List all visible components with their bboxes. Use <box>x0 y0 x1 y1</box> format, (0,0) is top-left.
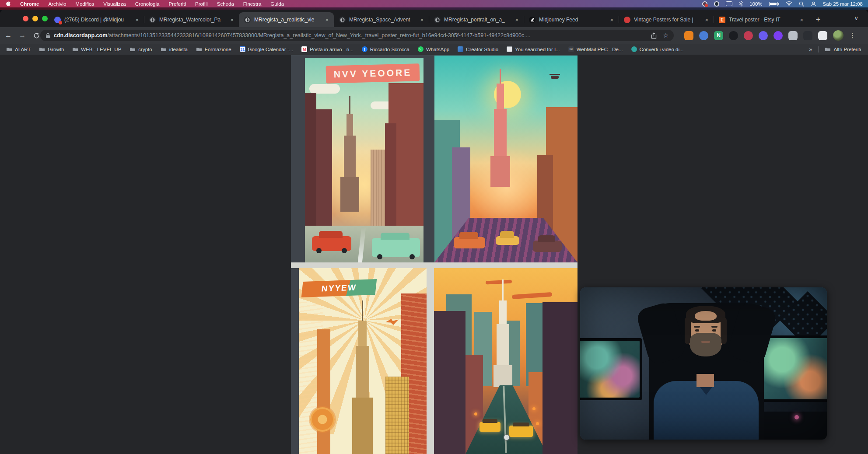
close-window-button[interactable] <box>23 16 28 21</box>
dark-car <box>533 241 562 252</box>
tab-vintage-posters[interactable]: Vintage Posters for Sale | × <box>619 12 714 27</box>
yellow-building <box>385 377 409 454</box>
bluetooth-icon[interactable] <box>739 1 743 7</box>
yellow-taxi <box>480 422 500 432</box>
bookmarks-divider <box>818 46 819 52</box>
violet-icon[interactable] <box>774 31 783 40</box>
bookmark-folder-idealista[interactable]: idealista <box>161 47 188 52</box>
tab-label: Midjourney Feed <box>539 17 606 23</box>
battery-icon[interactable] <box>769 2 779 6</box>
close-tab-icon[interactable]: × <box>134 17 140 23</box>
menu-item-finestra[interactable]: Finestra <box>243 1 262 7</box>
menu-item-guida[interactable]: Guida <box>270 1 284 7</box>
menu-item-preferiti[interactable]: Preferiti <box>168 1 186 7</box>
poster-bottom-left: NYYEW <box>299 268 427 454</box>
share-icon[interactable] <box>651 32 657 39</box>
bookmarks-overflow-chevron[interactable]: » <box>809 46 812 52</box>
profile-avatar[interactable] <box>833 30 844 41</box>
minimize-window-button[interactable] <box>32 16 38 21</box>
close-tab-icon[interactable]: × <box>609 17 614 23</box>
close-tab-icon[interactable]: × <box>324 17 329 23</box>
menu-item-scheda[interactable]: Scheda <box>217 1 234 7</box>
blue-feather-icon[interactable] <box>699 31 708 40</box>
tab-etsy[interactable]: E Travel poster - Etsy IT × <box>714 12 808 27</box>
menu-item-cronologia[interactable]: Cronologia <box>135 1 160 7</box>
bookmark-webmail-pec[interactable]: ✉ WebMail PEC - De... <box>568 46 623 52</box>
control-center-icon[interactable] <box>811 1 816 7</box>
folder-icon <box>72 47 78 52</box>
bookmark-star-icon[interactable]: ☆ <box>663 32 668 39</box>
bookmark-folder-ai-art[interactable]: AI ART <box>6 47 31 52</box>
dark-ghost-icon[interactable] <box>803 31 812 40</box>
other-bookmarks-folder[interactable]: Altri Preferiti <box>825 47 861 52</box>
white-panel-icon[interactable] <box>818 31 827 40</box>
screen-record-icon[interactable] <box>714 1 719 7</box>
window-controls <box>23 16 48 21</box>
bookmark-folder-formazione[interactable]: Formazione <box>196 47 231 52</box>
spotlight-search-icon[interactable] <box>799 1 804 7</box>
notion-green-icon[interactable]: N <box>714 31 723 40</box>
bookmark-folder-crypto[interactable]: crypto <box>130 47 152 52</box>
dark-cat-icon[interactable] <box>729 31 738 40</box>
menu-item-modifica[interactable]: Modifica <box>75 1 94 7</box>
new-tab-button[interactable]: + <box>812 14 824 26</box>
wifi-icon[interactable] <box>786 1 792 6</box>
battery-percent-label: 100% <box>749 1 762 7</box>
forward-button[interactable]: → <box>17 30 28 41</box>
empire-state-building <box>356 346 369 399</box>
tab-portrait[interactable]: MRregista_portrait_on_a_ × <box>429 12 524 27</box>
tab-discord[interactable]: (2765) Discord | @Midjou × <box>49 12 144 27</box>
display-icon[interactable] <box>726 1 732 6</box>
close-tab-icon[interactable]: × <box>704 17 709 23</box>
tab-label: MRregista_a_realistic_vie <box>254 17 321 23</box>
zoom-window-button[interactable] <box>42 16 48 21</box>
grid-icon[interactable] <box>788 31 798 40</box>
midjourney-sail-favicon <box>529 17 536 23</box>
menu-item-profili[interactable]: Profili <box>195 1 208 7</box>
menu-item-chrome[interactable]: Chrome <box>20 1 39 7</box>
tab-space-adventure[interactable]: MRregista_Space_Advent × <box>334 12 429 27</box>
lock-icon[interactable] <box>46 33 50 38</box>
tab-watercolor[interactable]: MRregista_Watercolor_Pa × <box>144 12 239 27</box>
tab-label: MRregista_Space_Advent <box>349 17 416 23</box>
yellow-car <box>496 236 519 245</box>
left-inner-building <box>317 329 330 454</box>
menu-bar-clock[interactable]: Sab 25 mar 12:08 <box>823 1 863 7</box>
bookmark-creator-studio[interactable]: Creator Studio <box>458 46 498 52</box>
close-tab-icon[interactable]: × <box>229 17 234 23</box>
close-tab-icon[interactable]: × <box>419 17 424 23</box>
menu-item-visualizza[interactable]: Visualizza <box>103 1 126 7</box>
yellow-taxi <box>509 426 533 437</box>
tab-label: MRregista_portrait_on_a_ <box>444 17 511 23</box>
close-tab-icon[interactable]: × <box>514 17 519 23</box>
recording-status-icon[interactable] <box>702 1 707 7</box>
menu-item-archivio[interactable]: Archivio <box>48 1 66 7</box>
tab-strip: (2765) Discord | @Midjou × MRregista_Wat… <box>0 10 868 27</box>
folder-icon <box>196 47 202 52</box>
back-button[interactable]: ← <box>3 30 14 41</box>
bookmark-whatsapp[interactable]: WhatsApp <box>418 46 449 52</box>
close-tab-icon[interactable]: × <box>799 17 804 23</box>
red-cloud <box>512 292 552 299</box>
metamask-icon[interactable] <box>684 31 693 40</box>
chrome-menu-icon[interactable]: ⋮ <box>849 31 856 39</box>
address-bar[interactable]: cdn.discordapp.com/attachments/101351233… <box>40 30 674 41</box>
google-calendar-icon: 31 <box>240 46 245 52</box>
tab-realistic-view-active[interactable]: MRregista_a_realistic_vie × <box>239 12 334 27</box>
bookmark-google-calendar[interactable]: 31 Google Calendar -... <box>240 46 294 52</box>
midjourney-grid-image: NVV YEOORE <box>291 55 578 454</box>
red-site-favicon <box>624 17 630 23</box>
tab-midjourney-feed[interactable]: Midjourney Feed × <box>524 12 619 27</box>
bookmark-gmail-inbox[interactable]: M Posta in arrivo - ri... <box>301 46 354 52</box>
apple-menu-icon[interactable] <box>6 1 11 7</box>
bookmark-converti-video[interactable]: Converti i video di... <box>631 46 684 52</box>
mint-vintage-car <box>372 238 420 257</box>
loom-purple-icon[interactable] <box>759 31 768 40</box>
bookmark-folder-growth[interactable]: Growth <box>39 47 64 52</box>
red-key-icon[interactable] <box>744 31 753 40</box>
creator-studio-icon <box>458 46 463 52</box>
tab-search-chevron-icon[interactable]: ∨ <box>854 15 858 21</box>
bookmark-facebook-profile[interactable]: f Riccardo Scrocca <box>362 46 410 52</box>
bookmark-folder-web-level-up[interactable]: WEB - LEVEL-UP <box>72 47 121 52</box>
bookmark-you-searched[interactable]: You searched for I... <box>507 46 560 52</box>
